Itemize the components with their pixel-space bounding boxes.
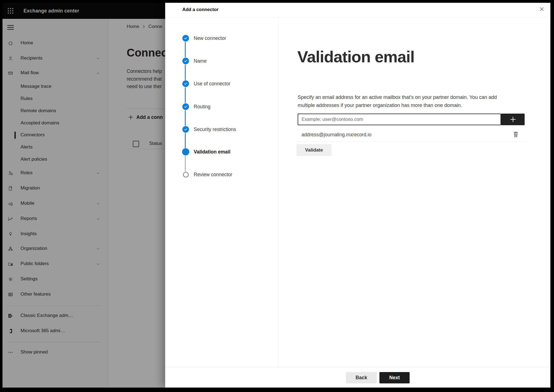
stepper-column-divider: [278, 18, 279, 367]
email-address-input[interactable]: [298, 114, 501, 125]
panel-step-heading: Validation email: [297, 48, 414, 66]
trash-icon: [512, 130, 520, 138]
next-button[interactable]: Next: [379, 372, 410, 383]
app-window: Exchange admin center Home Recipients Ma…: [2, 3, 550, 388]
step-check-icon: [182, 58, 189, 64]
step-current-dot: [182, 148, 189, 155]
plus-icon: [509, 116, 517, 123]
panel-step-description: Specify an email address for an active m…: [298, 93, 497, 109]
panel-header-divider: [165, 17, 550, 18]
delete-address-button[interactable]: [512, 130, 520, 139]
panel-footer-divider: [165, 367, 550, 367]
close-icon: [539, 6, 545, 12]
step-new-connector[interactable]: New connector: [182, 35, 226, 42]
close-button[interactable]: [538, 5, 546, 13]
step-check-icon: [182, 126, 189, 133]
back-button[interactable]: Back: [346, 372, 377, 383]
step-connector-line: [185, 65, 186, 80]
address-list-divider: [298, 142, 529, 142]
panel-title: Add a connector: [182, 7, 218, 12]
step-routing[interactable]: Routing: [182, 103, 210, 110]
add-connector-panel: Add a connector New connector Name Use o…: [165, 3, 550, 388]
step-check-icon: [182, 80, 189, 87]
add-email-button[interactable]: [501, 114, 525, 125]
validate-button[interactable]: Validate: [297, 144, 331, 156]
step-connector-line-upcoming: [185, 156, 186, 171]
step-connector-line: [185, 110, 186, 126]
added-email-address: address@journaling.mxrecord.io: [302, 132, 371, 138]
screenshot-frame: Exchange admin center Home Recipients Ma…: [0, 0, 554, 392]
step-check-icon: [182, 103, 189, 110]
step-upcoming-ring: [183, 172, 189, 178]
step-validation-email-current[interactable]: Validation email: [182, 148, 230, 155]
step-use-of-connector[interactable]: Use of connector: [182, 80, 230, 87]
step-connector-line: [185, 42, 186, 57]
step-check-icon: [182, 35, 189, 42]
step-connector-line: [185, 87, 186, 103]
step-review-connector: Review connector: [182, 171, 232, 178]
step-name[interactable]: Name: [182, 57, 207, 65]
step-security-restrictions[interactable]: Security restrictions: [182, 126, 236, 133]
step-connector-line: [185, 133, 186, 148]
